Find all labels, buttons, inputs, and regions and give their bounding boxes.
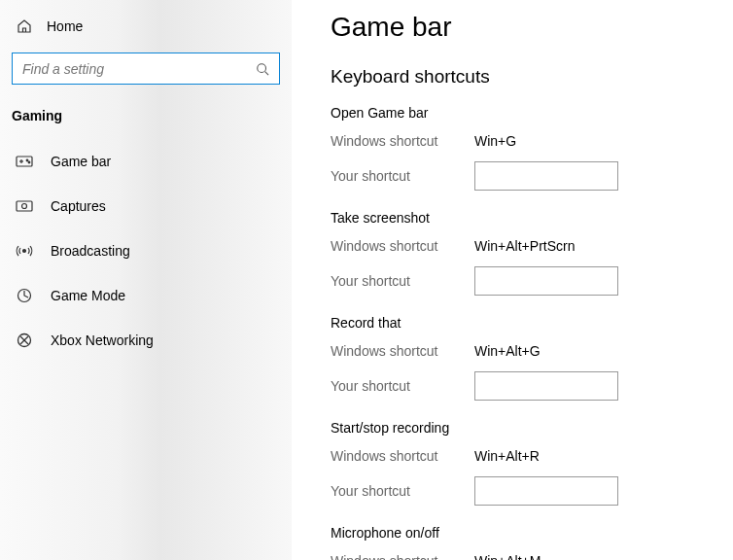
sidebar-item-label: Xbox Networking: [51, 332, 154, 348]
nav-list: Game bar Captures Broadcast: [8, 139, 284, 363]
windows-shortcut-label: Windows shortcut: [331, 238, 474, 254]
windows-shortcut-value: Win+Alt+G: [474, 343, 541, 359]
section-title: Gaming: [8, 98, 284, 139]
group-title: Start/stop recording: [331, 420, 714, 436]
sidebar-item-xbox-networking[interactable]: Xbox Networking: [8, 318, 284, 363]
your-shortcut-input[interactable]: [474, 476, 618, 506]
search-icon: [256, 62, 269, 76]
home-icon: [16, 18, 33, 35]
game-bar-icon: [16, 153, 33, 170]
game-mode-icon: [16, 287, 33, 304]
svg-point-8: [22, 204, 27, 209]
sidebar-item-label: Game bar: [51, 154, 111, 169]
windows-shortcut-label: Windows shortcut: [331, 553, 474, 560]
svg-line-1: [265, 71, 269, 75]
sidebar-item-label: Captures: [51, 198, 106, 214]
group-title: Record that: [331, 315, 714, 331]
svg-point-6: [28, 161, 30, 163]
windows-shortcut-label: Windows shortcut: [331, 133, 474, 149]
sidebar-item-label: Broadcasting: [51, 243, 130, 259]
sidebar-item-game-mode[interactable]: Game Mode: [8, 273, 284, 318]
shortcut-group-microphone-on-off: Microphone on/off Windows shortcut Win+A…: [331, 525, 714, 560]
page-title: Game bar: [331, 12, 714, 43]
captures-icon: [16, 197, 33, 215]
your-shortcut-input[interactable]: [474, 266, 618, 296]
svg-point-0: [258, 63, 266, 72]
sidebar: Home Gaming Game bar: [0, 0, 292, 560]
sidebar-item-label: Game Mode: [51, 288, 125, 303]
windows-shortcut-value: Win+Alt+R: [474, 448, 540, 464]
svg-rect-7: [17, 201, 32, 211]
group-title: Take screenshot: [331, 210, 714, 226]
home-label: Home: [47, 18, 83, 34]
your-shortcut-input[interactable]: [474, 161, 618, 191]
xbox-icon: [16, 332, 33, 349]
windows-shortcut-value: Win+G: [474, 133, 516, 149]
windows-shortcut-value: Win+Alt+PrtScrn: [474, 238, 575, 254]
your-shortcut-input[interactable]: [474, 371, 618, 401]
sidebar-item-game-bar[interactable]: Game bar: [8, 139, 284, 184]
home-nav[interactable]: Home: [8, 12, 284, 45]
your-shortcut-label: Your shortcut: [331, 273, 474, 289]
search-box[interactable]: [12, 52, 280, 85]
your-shortcut-label: Your shortcut: [331, 378, 474, 394]
shortcut-group-open-game-bar: Open Game bar Windows shortcut Win+G You…: [331, 105, 714, 191]
your-shortcut-label: Your shortcut: [331, 483, 474, 499]
shortcut-group-record-that: Record that Windows shortcut Win+Alt+G Y…: [331, 315, 714, 401]
shortcut-group-start-stop-recording: Start/stop recording Windows shortcut Wi…: [331, 420, 714, 506]
windows-shortcut-label: Windows shortcut: [331, 343, 474, 359]
svg-point-9: [23, 250, 26, 253]
your-shortcut-label: Your shortcut: [331, 168, 474, 184]
search-input[interactable]: [22, 61, 256, 77]
shortcut-group-take-screenshot: Take screenshot Windows shortcut Win+Alt…: [331, 210, 714, 296]
windows-shortcut-label: Windows shortcut: [331, 448, 474, 464]
group-title: Open Game bar: [331, 105, 714, 121]
sidebar-item-broadcasting[interactable]: Broadcasting: [8, 228, 284, 273]
broadcasting-icon: [16, 242, 33, 260]
main-content: Game bar Keyboard shortcuts Open Game ba…: [292, 0, 733, 560]
subsection-title: Keyboard shortcuts: [331, 66, 714, 88]
sidebar-item-captures[interactable]: Captures: [8, 184, 284, 228]
svg-point-5: [26, 159, 28, 161]
group-title: Microphone on/off: [331, 525, 714, 541]
windows-shortcut-value: Win+Alt+M: [474, 553, 541, 560]
